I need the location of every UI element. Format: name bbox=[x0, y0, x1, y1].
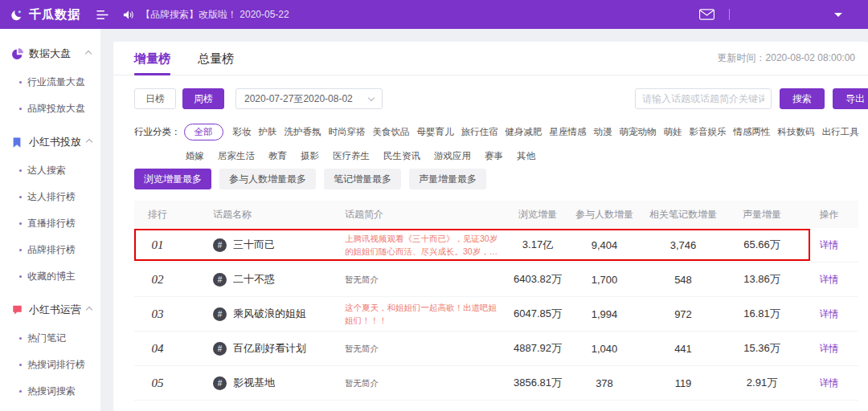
topic-name-cell[interactable]: # 二十不惑 bbox=[181, 272, 330, 287]
caret-down-icon[interactable] bbox=[834, 13, 842, 21]
sidebar-collapse-icon[interactable] bbox=[96, 10, 108, 20]
category-item[interactable]: 影音娱乐 bbox=[690, 126, 727, 138]
col-header-views: 浏览增量 bbox=[509, 208, 567, 222]
sidebar-item[interactable]: 直播排行榜 bbox=[0, 210, 100, 237]
category-item[interactable]: 萌宠动物 bbox=[620, 126, 657, 138]
category-item[interactable]: 母婴育儿 bbox=[417, 126, 454, 138]
announcement-bar[interactable]: 【品牌搜索】改版啦！ 2020-05-22 bbox=[123, 8, 289, 22]
detail-link[interactable]: 详情 bbox=[820, 274, 839, 285]
rank-cell: 03 bbox=[134, 307, 181, 321]
crescent-logo-icon bbox=[11, 9, 23, 21]
participants-increment: 9,404 bbox=[567, 239, 642, 251]
rank-type-tab[interactable]: 增量榜 bbox=[134, 42, 170, 75]
sidebar-item[interactable]: 热搜词排行榜 bbox=[0, 352, 100, 378]
sidebar-item[interactable]: 行业流量大盘 bbox=[0, 69, 100, 96]
category-item[interactable]: 游戏应用 bbox=[434, 150, 471, 162]
volume-increment: 16.81万 bbox=[724, 307, 800, 321]
sidebar-section-header[interactable]: 小红书投放 bbox=[0, 127, 100, 157]
sidebar-item[interactable]: 热门笔记 bbox=[0, 325, 100, 352]
detail-link[interactable]: 详情 bbox=[820, 343, 839, 354]
topic-hash-icon: # bbox=[213, 273, 227, 287]
table-row: 01 # 三十而已 上腾讯视频观看《三十而已》，见证30岁的姐姐们随心而活、尽兴… bbox=[134, 228, 858, 262]
category-item[interactable]: 婚嫁 bbox=[186, 150, 204, 162]
category-item[interactable]: 动漫 bbox=[594, 126, 612, 138]
category-item[interactable]: 时尚穿搭 bbox=[329, 126, 366, 138]
rank-type-tab[interactable]: 总量榜 bbox=[198, 42, 234, 75]
rank-cell: 05 bbox=[134, 376, 181, 390]
mail-icon[interactable] bbox=[699, 9, 714, 20]
category-item[interactable]: 护肤 bbox=[259, 126, 277, 138]
category-item[interactable]: 科技数码 bbox=[778, 126, 815, 138]
filter-controls: 日榜 周榜 2020-07-27至2020-08-02 搜索 导出 bbox=[134, 88, 858, 109]
detail-link[interactable]: 详情 bbox=[820, 239, 839, 250]
category-item[interactable]: 民生资讯 bbox=[383, 150, 420, 162]
topic-name[interactable]: 二十不惑 bbox=[233, 272, 275, 287]
category-item[interactable]: 美食饮品 bbox=[373, 126, 410, 138]
logo-text: 千瓜数据 bbox=[29, 7, 80, 22]
category-item[interactable]: 健身减肥 bbox=[506, 126, 542, 138]
sidebar-item-label: 达人排行榜 bbox=[27, 190, 76, 204]
sidebar-section-header[interactable]: 数据大盘 bbox=[0, 39, 100, 69]
topic-name-cell[interactable]: # 影视基地 bbox=[181, 376, 330, 390]
category-item[interactable]: 洗护香氛 bbox=[285, 126, 321, 138]
app-logo[interactable]: 千瓜数据 bbox=[0, 7, 93, 22]
sidebar-item[interactable]: 达人搜索 bbox=[0, 157, 100, 184]
date-range-select[interactable]: 2020-07-27至2020-08-02 bbox=[235, 88, 383, 109]
search-button[interactable]: 搜索 bbox=[780, 88, 825, 109]
topic-intro: 暂无简介 bbox=[345, 342, 501, 355]
category-item[interactable]: 摄影 bbox=[301, 150, 319, 162]
detail-link[interactable]: 详情 bbox=[820, 308, 839, 319]
daily-rank-button[interactable]: 日榜 bbox=[134, 88, 176, 109]
sidebar-item[interactable]: 收藏的博主 bbox=[0, 263, 100, 290]
category-item[interactable]: 出行工具 bbox=[822, 126, 859, 138]
category-item[interactable]: 萌娃 bbox=[664, 126, 682, 138]
sort-tab[interactable]: 笔记增量最多 bbox=[324, 169, 401, 189]
sidebar-item-label: 收藏的博主 bbox=[27, 270, 76, 283]
notes-increment: 441 bbox=[642, 343, 724, 355]
sidebar-item[interactable]: 热门话题榜 bbox=[0, 405, 100, 411]
views-increment: 6047.85万 bbox=[509, 307, 567, 321]
topic-name-cell[interactable]: # 百亿剧好看计划 bbox=[181, 341, 330, 356]
category-item[interactable]: 彩妆 bbox=[233, 126, 252, 138]
category-item[interactable]: 其他 bbox=[517, 150, 535, 162]
category-item[interactable]: 旅行住宿 bbox=[461, 126, 498, 138]
topic-name[interactable]: 三十而已 bbox=[233, 238, 275, 252]
pie-chart-icon bbox=[11, 48, 23, 60]
sort-tab[interactable]: 参与人数增量最多 bbox=[219, 169, 316, 189]
sidebar-item[interactable]: 热搜词搜索 bbox=[0, 378, 100, 405]
topic-name[interactable]: 百亿剧好看计划 bbox=[233, 341, 306, 356]
topic-name[interactable]: 乘风破浪的姐姐 bbox=[233, 307, 306, 321]
category-item[interactable]: 教育 bbox=[268, 150, 287, 162]
sidebar-item[interactable]: 品牌投放大盘 bbox=[0, 96, 100, 122]
category-item[interactable]: 赛事 bbox=[485, 150, 503, 162]
export-button[interactable]: 导出 bbox=[833, 88, 868, 109]
category-item[interactable]: 医疗养生 bbox=[333, 150, 370, 162]
sidebar-item[interactable]: 达人排行榜 bbox=[0, 184, 100, 210]
sidebar-item-label: 达人搜索 bbox=[27, 164, 66, 177]
sidebar-section-header[interactable]: 小红书运营 bbox=[0, 295, 100, 325]
topics-table: 排行 话题名称 话题简介 浏览增量 参与人数增量 相关笔记数增量 声量增量 操作… bbox=[134, 201, 858, 401]
notes-increment: 548 bbox=[642, 274, 724, 286]
sidebar-item-label: 品牌投放大盘 bbox=[27, 102, 85, 116]
col-header-notes: 相关笔记数增量 bbox=[642, 208, 724, 222]
topic-hash-icon: # bbox=[213, 376, 227, 390]
topic-name-cell[interactable]: # 三十而已 bbox=[181, 238, 330, 252]
topic-intro-cell: 这个夏天，和姐姐们一起高歌！出道吧姐姐们！！！ bbox=[330, 301, 509, 328]
rank-cell: 04 bbox=[134, 342, 181, 356]
rank-tabs-bar: 增量榜 总量榜 更新时间：2020-08-02 08:00:00 bbox=[113, 42, 868, 75]
sort-tab[interactable]: 声量增量最多 bbox=[409, 169, 486, 189]
category-item[interactable]: 星座情感 bbox=[550, 126, 587, 138]
notes-increment: 119 bbox=[642, 377, 724, 389]
topic-name[interactable]: 影视基地 bbox=[233, 376, 275, 390]
topic-name-cell[interactable]: # 乘风破浪的姐姐 bbox=[181, 307, 330, 321]
category-item[interactable]: 情感两性 bbox=[734, 126, 771, 138]
weekly-rank-button[interactable]: 周榜 bbox=[182, 88, 224, 109]
sidebar-item[interactable]: 品牌排行榜 bbox=[0, 237, 100, 263]
sort-tab[interactable]: 浏览增量最多 bbox=[134, 169, 211, 189]
category-row-2: 婚嫁居家生活教育摄影医疗养生民生资讯游戏应用赛事其他 bbox=[134, 150, 858, 162]
detail-link[interactable]: 详情 bbox=[820, 377, 839, 389]
category-all-pill[interactable]: 全部 bbox=[184, 124, 223, 140]
search-input[interactable] bbox=[635, 88, 772, 109]
notes-increment: 972 bbox=[642, 308, 724, 320]
category-item[interactable]: 居家生活 bbox=[218, 150, 255, 162]
